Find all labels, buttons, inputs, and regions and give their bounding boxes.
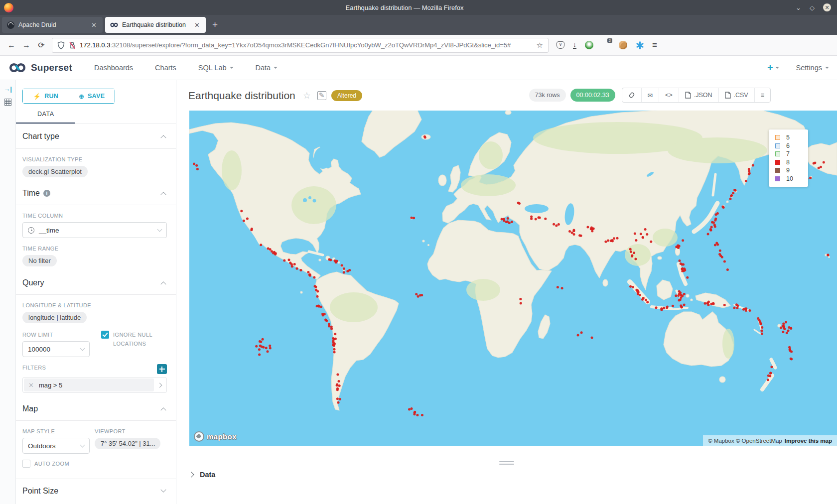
- edit-properties-icon[interactable]: ✎: [317, 91, 326, 100]
- auto-zoom-checkbox[interactable]: [22, 460, 30, 468]
- tracking-shield-icon[interactable]: [57, 41, 65, 49]
- attribution-text[interactable]: © Mapbox © OpenStreetMap: [708, 438, 782, 444]
- embed-code-button[interactable]: <>: [659, 88, 679, 102]
- chart-header: Earthquake distribution ☆ ✎ Altered 73k …: [176, 80, 837, 111]
- mapbox-wordmark: mapbox: [207, 432, 237, 441]
- add-filter-button[interactable]: [157, 364, 167, 374]
- copy-link-button[interactable]: [622, 88, 641, 102]
- window-maximize-icon[interactable]: ◇: [810, 4, 815, 11]
- nav-item-data[interactable]: Data: [256, 64, 278, 72]
- tab-earthquake-distribution[interactable]: Earthquake distribution ✕: [105, 17, 206, 33]
- legend-item[interactable]: 9: [775, 166, 808, 175]
- time-column-select[interactable]: __time: [22, 222, 167, 238]
- map-legend[interactable]: 5678910: [769, 129, 808, 187]
- section-point-size[interactable]: Point Size: [22, 487, 165, 496]
- new-tab-button[interactable]: +: [212, 19, 218, 30]
- legend-item[interactable]: 10: [775, 175, 808, 183]
- viz-type-pill[interactable]: deck.gl Scatterplot: [22, 166, 88, 177]
- url-text: 172.18.0.3:32108/superset/explore/?form_…: [80, 41, 533, 49]
- chevron-right-icon[interactable]: [157, 382, 162, 387]
- druid-favicon: [7, 21, 14, 29]
- nav-item-charts[interactable]: Charts: [155, 64, 176, 72]
- tab-close-icon[interactable]: ✕: [90, 21, 98, 29]
- tab-data[interactable]: DATA: [37, 111, 166, 118]
- insecure-lock-icon[interactable]: [69, 41, 76, 49]
- legend-swatch-icon: [775, 176, 780, 181]
- menu-icon[interactable]: ≡: [652, 40, 657, 50]
- row-count-badge: 73k rows: [529, 89, 566, 102]
- world-map[interactable]: 5678910 mapbox © Mapbox © OpenStreetMap …: [189, 111, 837, 446]
- nav-item-sql-lab[interactable]: SQL Lab: [198, 64, 234, 72]
- improve-map-link[interactable]: Improve this map: [785, 438, 832, 444]
- tab-apache-druid[interactable]: Apache Druid ✕: [2, 17, 103, 33]
- settings-menu[interactable]: Settings: [796, 64, 829, 72]
- bolt-icon: ⚡: [33, 93, 41, 100]
- row-limit-select[interactable]: 100000: [22, 341, 90, 357]
- tab-bar: Apache Druid ✕ Earthquake distribution ✕…: [0, 15, 837, 35]
- legend-label: 5: [786, 134, 790, 141]
- export-json-button[interactable]: .JSON: [679, 88, 718, 102]
- time-range-pill[interactable]: No filter: [22, 255, 57, 266]
- auto-zoom-label: AUTO ZOOM: [34, 461, 69, 467]
- superset-logo[interactable]: Superset: [8, 62, 72, 74]
- legend-swatch-icon: [775, 168, 780, 173]
- dataset-grid-icon[interactable]: [4, 99, 11, 106]
- cookie-extension-icon[interactable]: [619, 41, 627, 49]
- pocket-icon[interactable]: ∨: [557, 41, 564, 49]
- ignore-null-checkbox[interactable]: [101, 331, 109, 339]
- chevron-down-icon: [775, 67, 779, 71]
- map-style-select[interactable]: Outdoors: [22, 438, 90, 454]
- save-button[interactable]: ⊕SAVE: [69, 89, 115, 103]
- downloads-icon[interactable]: ↓: [573, 41, 576, 49]
- mapbox-logo[interactable]: mapbox: [194, 431, 237, 442]
- superset-infinity-icon: [8, 62, 27, 74]
- section-query[interactable]: Query: [22, 278, 165, 287]
- map-style-label: MAP STYLE: [22, 428, 95, 434]
- collapse-panel-icon[interactable]: →|: [3, 85, 12, 93]
- legend-item[interactable]: 8: [775, 158, 808, 167]
- url-bar[interactable]: 172.18.0.3:32108/superset/explore/?form_…: [52, 38, 549, 53]
- remove-filter-icon[interactable]: ✕: [28, 381, 34, 389]
- query-timer-badge: 00:00:02.33: [570, 89, 615, 102]
- legend-item[interactable]: 6: [775, 142, 808, 150]
- email-button[interactable]: ✉: [641, 88, 659, 102]
- firefox-logo-icon: [4, 3, 13, 12]
- data-panel-toggle[interactable]: Data: [189, 471, 837, 479]
- legend-label: 8: [786, 159, 790, 166]
- more-options-icon[interactable]: ≡: [754, 88, 770, 102]
- window-minimize-icon[interactable]: ⌄: [796, 4, 801, 11]
- legend-swatch-icon: [775, 135, 780, 140]
- filter-value: mag > 5: [39, 381, 62, 389]
- back-button[interactable]: ←: [4, 41, 19, 50]
- code-icon: <>: [665, 92, 673, 99]
- export-csv-button[interactable]: .CSV: [718, 88, 754, 102]
- legend-swatch-icon: [775, 160, 780, 165]
- panel-resize-handle[interactable]: [499, 461, 514, 465]
- nav-item-dashboards[interactable]: Dashboards: [94, 64, 133, 72]
- lonlat-pill[interactable]: longitude | latitude: [22, 312, 87, 323]
- ublock-icon[interactable]: 2: [602, 41, 610, 49]
- chart-actions: ✉ <> .JSON .CSV ≡: [622, 88, 771, 103]
- bookmark-star-icon[interactable]: ☆: [537, 41, 543, 50]
- extension-star-icon[interactable]: [636, 41, 644, 49]
- reload-button[interactable]: ⟳: [34, 40, 49, 50]
- forward-button[interactable]: →: [19, 41, 34, 50]
- tab-close-icon[interactable]: ✕: [193, 21, 201, 29]
- privacy-badger-icon[interactable]: [585, 41, 593, 49]
- window-title: Earthquake distribution — Mozilla Firefo…: [13, 4, 796, 11]
- legend-item[interactable]: 5: [775, 133, 808, 142]
- section-chart-type[interactable]: Chart type: [22, 132, 165, 141]
- section-time[interactable]: Timei: [22, 189, 165, 198]
- viewport-pill[interactable]: 7° 35' 54.02" | 31...: [95, 438, 160, 449]
- legend-item[interactable]: 7: [775, 150, 808, 158]
- map-canvas: [189, 111, 837, 446]
- ublock-badge: 2: [607, 38, 612, 43]
- window-close-icon[interactable]: ✕: [823, 3, 831, 11]
- run-button[interactable]: ⚡RUN: [23, 89, 69, 103]
- filter-item[interactable]: ✕ mag > 5: [22, 377, 167, 393]
- add-new-button[interactable]: +: [767, 62, 779, 74]
- favorite-star-icon[interactable]: ☆: [303, 90, 311, 101]
- viewport-label: VIEWPORT: [95, 428, 166, 434]
- plus-circle-icon: ⊕: [79, 93, 84, 100]
- section-map[interactable]: Map: [22, 404, 165, 413]
